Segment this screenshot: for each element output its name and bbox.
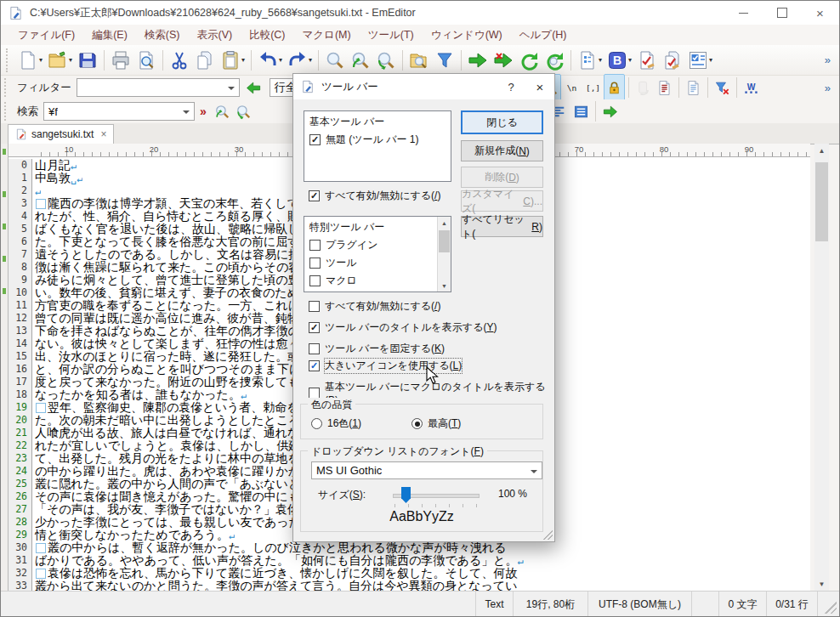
undo-button[interactable]: ▾ [255,47,285,74]
checkbox-label[interactable]: 無題 (ツール バー 1) [326,133,419,147]
dropdown-caret-icon[interactable]: ▾ [69,56,72,64]
checkbox[interactable] [309,322,320,333]
menu-F[interactable]: ファイル(F) [9,25,83,45]
checkbox-label[interactable]: すべて有効/無効にする(/) [325,189,440,203]
radio-16-colors[interactable]: 16色(1) [311,416,361,431]
scroll-up-icon[interactable]: ▲ [814,144,829,157]
menu-M[interactable]: マクロ(M) [294,25,360,45]
size-slider-thumb[interactable] [401,487,411,503]
chevron-down-icon[interactable] [183,110,190,114]
cut-button[interactable] [167,47,192,74]
print-preview-button[interactable] [133,47,159,74]
dialog-help-button[interactable]: ? [497,74,525,99]
scroll-down-icon[interactable]: ▼ [438,280,451,292]
sync-search-button[interactable] [542,47,567,74]
jump-next-button[interactable] [599,98,621,125]
tab-sangetsuki[interactable]: sangetsuki.txt × [8,124,114,144]
resize-grip[interactable] [825,602,837,614]
radio-icon[interactable] [311,418,322,429]
list-scrollbar[interactable]: ▲ ▼ [437,217,451,292]
checkbox[interactable] [309,360,320,371]
checkbox-label[interactable]: ツール バーのタイトルを表示する(Y) [325,320,497,335]
editor-line-30[interactable]: 30叢の中からは、暫く返辞が無かった。しのび泣きかと思われる微かな声が時々洩れる [9,541,810,554]
filter-input[interactable] [77,78,240,97]
search-previous-button[interactable] [212,98,233,125]
dropdown-caret-icon[interactable]: ▾ [241,56,245,64]
compare-button[interactable] [465,47,491,74]
copy-button[interactable] [192,47,218,74]
checkbox-label[interactable]: すべて有効/無効にする(/) [325,299,440,314]
use-large-icons-checkbox[interactable]: 大きいアイコンを使用する(L) [304,357,467,375]
enable-all-special-checkbox[interactable]: すべて有効/無効にする(/) [304,297,446,315]
checkbox-label[interactable]: マクロ [326,274,357,288]
checkbox[interactable] [309,343,320,354]
font-name-combo[interactable]: MS UI Gothic [311,461,542,479]
print-button[interactable] [108,47,133,74]
editor-line-31[interactable]: 31ばかりである。ややあって、低い声が答えた。「如何にも自分は隴西の李徴である」… [9,554,810,567]
sync-scroll-button[interactable] [516,47,542,74]
filter-button[interactable] [432,47,457,74]
scrollbar-thumb[interactable] [815,162,828,241]
minimize-button[interactable] [724,1,763,25]
filter-toolbar-grip[interactable] [4,78,10,97]
character-code-button[interactable]: B▾ [604,47,634,74]
checkbox-label[interactable]: ツール [326,256,357,270]
check-options-button[interactable]: ▾ [685,47,715,74]
menu-T[interactable]: ツール(T) [360,25,423,45]
save-button[interactable] [75,47,100,74]
dropdown-caret-icon[interactable]: ▾ [39,56,43,64]
vertical-scrollbar[interactable]: ▲ ▼ [814,144,829,591]
dialog-title-bar[interactable]: ツール バー ? × [293,74,554,99]
reset-filter-button[interactable] [712,74,733,101]
checkbox[interactable] [309,258,321,269]
filter-overflow-chevron[interactable]: » [825,82,831,94]
compare-rescan-button[interactable] [491,47,516,74]
radio-best-quality[interactable]: 最高(T) [411,416,461,431]
radio-label[interactable]: 最高(T) [428,416,461,431]
checkbox[interactable] [309,301,320,312]
special-toolbars-list[interactable]: 特別ツール バー プラグインツールマクロ ▲ ▼ [304,216,451,292]
search-input[interactable]: ¥f [43,102,195,121]
scroll-down-icon[interactable]: ▼ [814,577,829,591]
dialog-resize-grip[interactable] [542,529,553,540]
radio-label[interactable]: 16色(1) [327,416,361,431]
menu-S[interactable]: 検索(S) [136,25,189,45]
menu-W[interactable]: ウィンドウ(W) [423,25,511,45]
find-previous-button[interactable] [348,47,373,74]
open-file-button[interactable]: ▾ [45,47,75,74]
spell-check-all-button[interactable] [660,47,685,74]
chevron-down-icon[interactable] [531,470,537,473]
toolbar-grip[interactable] [6,48,12,72]
menu-V[interactable]: 表示(V) [188,25,241,45]
close-button[interactable]: × [801,1,839,25]
outline-button[interactable]: ▾ [575,47,604,74]
checkbox[interactable] [309,190,320,201]
show-document-button[interactable] [683,74,704,101]
show-toolbar-titles-checkbox[interactable]: ツール バーのタイトルを表示する(Y) [304,319,502,337]
new-button[interactable]: 新規作成(N) [461,140,543,161]
checkbox-label[interactable]: プラグイン [326,238,377,252]
menu-C[interactable]: 比較(C) [241,25,293,45]
chevron-down-icon[interactable] [228,87,235,90]
dialog-close-button[interactable]: × [525,74,554,99]
find-next-button[interactable] [373,47,399,74]
checkbox-label[interactable]: 大きいアイコンを使用する(L) [325,359,462,373]
checkbox[interactable] [309,240,321,251]
search-more-chevron[interactable]: » [200,105,207,118]
maximize-button[interactable] [763,1,801,25]
close-button[interactable]: 閉じる [461,110,543,134]
lock-toolbars-checkbox[interactable]: ツール バーを固定する(K) [304,340,450,358]
find-button[interactable] [322,47,348,74]
checkbox[interactable] [309,275,321,286]
new-file-button[interactable]: ▾ [15,47,45,74]
dropdown-caret-icon[interactable]: ▾ [599,56,602,64]
enable-all-basic-checkbox[interactable]: すべて有効/無効にする(/) [304,187,446,205]
editor-line-32[interactable]: 32袁傪は恐怖を忘れ、馬から下りて叢に近づき、懐かしげに久闊を叙した。そして、何… [9,567,810,580]
toolbar-overflow-chevron[interactable]: » [825,54,831,66]
find-in-files-button[interactable] [406,47,432,74]
redo-button[interactable]: ▾ [285,47,315,74]
dropdown-caret-icon[interactable]: ▾ [309,56,312,64]
basic-toolbars-list[interactable]: 基本ツール バー 無題 (ツール バー 1) [304,110,451,182]
menu-H[interactable]: ヘルプ(H) [511,25,576,45]
search-toolbar-grip[interactable] [4,102,10,121]
